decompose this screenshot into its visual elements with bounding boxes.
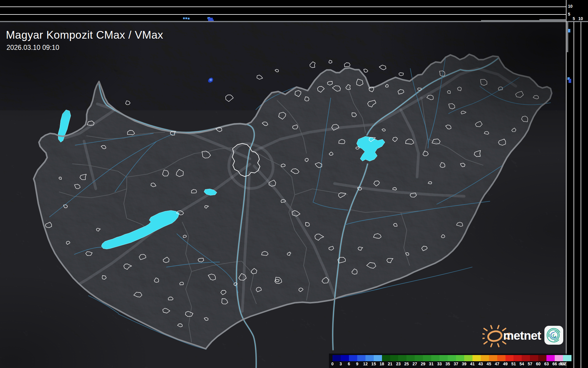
dbz-scale-cell <box>332 355 341 361</box>
dbz-scale-cell <box>448 355 456 361</box>
right-profile-gridline <box>581 22 581 368</box>
dbz-scale-tick: 12 <box>363 362 368 366</box>
dbz-scale-tick: 23 <box>396 362 401 366</box>
dbz-scale-tick: 27 <box>413 362 417 366</box>
dbz-scale-tick: 45 <box>487 362 491 366</box>
dbz-scale-cell <box>374 355 382 361</box>
dbz-scale-cell <box>431 355 440 361</box>
dbz-scale-cell <box>365 355 374 361</box>
top-profile-echo-mark <box>185 17 187 19</box>
dbz-scale-cell <box>464 355 473 361</box>
dbz-scale-tick: 29 <box>421 362 425 366</box>
right-profile-gridline <box>574 22 574 368</box>
dbz-scale-cell <box>423 355 431 361</box>
dbz-scale-cell <box>439 355 448 361</box>
dbz-scale-tick: 18 <box>380 362 384 366</box>
dbz-scale-cell <box>406 355 415 361</box>
top-profile-strip <box>0 0 566 21</box>
dbz-scale-tick: 0 <box>331 362 334 366</box>
dbz-scale-tick: 66 <box>552 362 557 366</box>
dbz-scale-tick: 41 <box>470 362 475 366</box>
dbz-scale-cell <box>546 355 555 361</box>
dbz-scale-tick: 43 <box>478 362 483 366</box>
sun-ray <box>482 333 484 334</box>
logo-wordmark: metnet <box>503 329 541 343</box>
dbz-scale-cell <box>513 355 522 361</box>
top-profile-gridline <box>0 6 566 7</box>
dbz-scale-tick: 35 <box>445 362 450 366</box>
dbz-scale-cell <box>357 355 366 361</box>
dbz-scale-cell <box>497 355 506 361</box>
timestamp: 2026.03.10 09:10 <box>6 44 59 52</box>
dbz-scale-tick: 25 <box>404 362 409 366</box>
top-profile-axis-label: 5 <box>568 12 570 16</box>
dbz-scale-cell <box>390 355 399 361</box>
right-profile-coverage-bar <box>567 22 568 52</box>
dbz-scale-cell <box>382 355 391 361</box>
sun-ray <box>498 326 499 328</box>
top-profile-echo-mark <box>188 18 190 19</box>
dbz-scale-cell <box>398 355 407 361</box>
dbz-scale-cell <box>472 355 481 361</box>
top-profile-coverage-bar <box>481 20 539 22</box>
top-profile-echo-mark <box>183 17 185 19</box>
dbz-scale-cell <box>563 355 571 361</box>
hungary-radar-map <box>0 22 566 368</box>
dbz-scale-tick: 51 <box>511 362 516 366</box>
dbz-scale-tick: 37 <box>454 362 458 366</box>
dbz-scale-tick: 15 <box>371 362 376 366</box>
dbz-unit-label: dBZ <box>559 362 566 366</box>
dbz-color-scale: 0369121518212325272931333537394143454749… <box>329 354 566 368</box>
sun-ray <box>491 326 492 328</box>
right-profile-axis-label: 10 <box>578 17 583 21</box>
dbz-scale-cell <box>530 355 538 361</box>
dbz-scale-cell <box>505 355 514 361</box>
dbz-scale-cell <box>415 355 423 361</box>
sun-ray <box>498 344 499 347</box>
dbz-scale-tick: 47 <box>495 362 500 366</box>
dbz-scale-tick: 63 <box>544 362 549 366</box>
dbz-scale-tick: 39 <box>462 362 467 366</box>
sun-ray <box>484 342 487 344</box>
terrain-hillshade <box>0 22 566 368</box>
right-profile-strip <box>566 0 588 368</box>
dbz-scale-cell <box>349 355 358 361</box>
dbz-scale-cell <box>489 355 498 361</box>
radar-viewer: 105510 Magyar Kompozit CMax / VMax 2026.… <box>0 0 588 368</box>
page-title: Magyar Kompozit CMax / VMax <box>6 29 163 41</box>
dbz-scale-cell <box>456 355 465 361</box>
top-profile-axis-label: 10 <box>568 4 573 8</box>
right-profile-echo-mark <box>569 79 571 83</box>
dbz-scale-tick: 6 <box>348 362 350 366</box>
dbz-scale-tick: 3 <box>340 362 342 366</box>
dbz-scale-tick: 33 <box>437 362 442 366</box>
metnet-logo: metnet <box>482 324 565 349</box>
dbz-scale-tick: 49 <box>503 362 508 366</box>
top-profile-gridline <box>0 14 566 15</box>
dbz-scale-cell <box>538 355 547 361</box>
sun-ray <box>491 344 492 347</box>
dbz-scale-tick: 54 <box>520 362 524 366</box>
dbz-scale-tick: 21 <box>388 362 393 366</box>
top-profile-echo-mark <box>212 19 214 21</box>
dbz-scale-tick: 60 <box>536 362 541 366</box>
dbz-scale-cell <box>341 355 349 361</box>
dbz-scale-cell <box>522 355 530 361</box>
top-profile-coverage-bar <box>539 19 566 22</box>
dbz-scale-cell <box>481 355 489 361</box>
right-profile-echo-mark <box>568 29 570 32</box>
metnet-app-icon <box>544 326 564 345</box>
dbz-scale-tick: 9 <box>356 362 358 366</box>
map-right-edge-line <box>566 0 566 368</box>
dbz-scale-tick: 31 <box>429 362 434 366</box>
dbz-scale-cell <box>555 355 563 361</box>
dbz-scale-tick: 57 <box>528 362 533 366</box>
right-profile-axis-label: 5 <box>573 17 575 21</box>
sun-ray <box>482 338 484 339</box>
sun-ray <box>484 328 487 331</box>
